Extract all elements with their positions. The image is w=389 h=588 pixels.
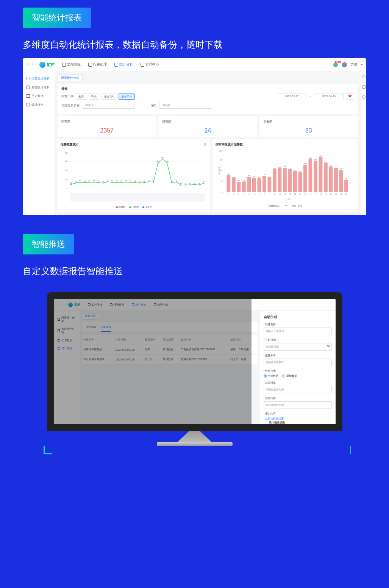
svg-rect-71: [70, 193, 205, 201]
svg-text:9: 9: [274, 193, 275, 195]
svg-rect-90: [283, 168, 287, 192]
room-value: 24: [162, 127, 253, 134]
chevron-down-icon[interactable]: ▾: [361, 63, 362, 66]
tab-auto[interactable]: 自动报表: [101, 324, 111, 332]
bar-chart-svg: 0 50 100 150 200 报警数量 827149517369667872…: [216, 148, 355, 204]
svg-text:78: 78: [263, 174, 265, 176]
history-icon: [27, 94, 30, 98]
chip-30d[interactable]: 最近30天: [119, 94, 135, 100]
obj-select[interactable]: 请选择监控对象: [264, 386, 332, 393]
svg-text:159: 159: [309, 157, 312, 159]
table-header: 监控指标: [229, 335, 257, 345]
content-label: 报告内容: [264, 412, 332, 416]
svg-text:42: 42: [70, 182, 72, 184]
chart-icon: [27, 86, 30, 89]
metric-select[interactable]: 请选择监控指标: [264, 401, 332, 409]
user-icon[interactable]: [362, 95, 366, 99]
nav-stats: 统计分析: [111, 61, 136, 69]
date-from[interactable]: 2022-03-27: [277, 94, 306, 99]
date-to[interactable]: 2022-04-25: [314, 94, 344, 99]
freq-label: 重复频率: [264, 354, 332, 357]
section-push: 智能推送 自定义数据报告智能推送 ⋮⋮⋮ 监控 监控看板 报警处理 统计分析 管…: [23, 234, 366, 461]
main-content: 报警统计分析 筛选 报警日期 全部 昨天 最近7天 最近30天 2022-03-…: [55, 71, 361, 215]
download-icon[interactable]: ⇩: [203, 142, 207, 146]
svg-text:100: 100: [64, 178, 68, 181]
app-menu-icon[interactable]: ⋮⋮⋮: [27, 62, 38, 67]
svg-text:49: 49: [238, 180, 240, 182]
radio-all[interactable]: 全部数据: [264, 374, 278, 378]
app-menu-icon[interactable]: ⋮⋮⋮: [58, 303, 67, 306]
side-history[interactable]: 历史数据: [23, 92, 55, 100]
side-history[interactable]: 历史数据: [54, 337, 80, 345]
sidebar: 报警统计分析 监控统计分析 历史数据 统计报告: [23, 71, 55, 215]
tabs: 报告列表 自动报表: [82, 322, 258, 332]
svg-text:20: 20: [330, 193, 332, 195]
obj-label: 监控对象: [264, 381, 332, 385]
monitor-icon: [62, 63, 66, 67]
svg-text:116: 116: [283, 166, 286, 168]
svg-text:68: 68: [93, 180, 95, 182]
breadcrumb[interactable]: 报警统计分析: [58, 74, 83, 81]
svg-text:2: 2: [238, 193, 239, 195]
svg-rect-83: [247, 177, 251, 192]
stats-row: 报警数2357 房间数24 设备数83: [58, 116, 358, 137]
chip-7d[interactable]: 最近7天: [102, 94, 116, 100]
num-select[interactable]: 请选择: [159, 102, 212, 109]
freq-select[interactable]: 请选择重复频率: [264, 359, 332, 366]
svg-text:67: 67: [79, 180, 81, 182]
obj-select[interactable]: 请选择: [82, 102, 135, 109]
svg-rect-99: [329, 167, 333, 192]
side-alarm-stats[interactable]: 报警统计分析: [54, 314, 80, 325]
date-input[interactable]: 请选择日期📅: [264, 343, 332, 351]
svg-text:400: 400: [64, 152, 68, 154]
svg-rect-93: [298, 172, 302, 192]
admin-icon: [141, 63, 144, 67]
chip-all[interactable]: 全部: [76, 94, 86, 100]
svg-point-33: [171, 182, 172, 183]
svg-point-19: [107, 181, 108, 182]
nav-admin: 管理中心: [151, 301, 171, 308]
svg-point-17: [98, 182, 99, 183]
svg-rect-81: [237, 182, 241, 192]
svg-point-11: [70, 184, 72, 185]
side-monitor-stats[interactable]: 监控统计分析: [23, 83, 55, 92]
side-alarm-stats[interactable]: 报警统计分析: [23, 74, 55, 83]
svg-text:101: 101: [294, 169, 297, 171]
username[interactable]: 方俊: [351, 62, 358, 67]
svg-text:小时/h: 小时/h: [286, 198, 291, 200]
chart2-legend: 报警数(共)： 49 房间：170: [216, 204, 355, 208]
task-input[interactable]: 请输入任务名称: [264, 328, 332, 335]
record-icon[interactable]: [362, 85, 366, 89]
help-icon[interactable]: [362, 75, 366, 78]
drawer: 自动生成 任务名称请输入任务名称 开始日期请选择日期📅 重复频率请选择重复频率 …: [260, 311, 336, 424]
right-rail: [361, 71, 366, 215]
table-row[interactable]: 每年培养箱数据2022-04-12 00:00每年新增数据二氧化碳培养箱-202…: [82, 345, 258, 354]
svg-text:59: 59: [139, 181, 141, 182]
breadcrumb-2[interactable]: 统计报告: [82, 313, 99, 320]
svg-point-34: [176, 181, 177, 182]
main-2: 统计报告 报告列表 自动报表 任务名称开始日期重复频率数据范围监控对象监控指标 …: [80, 311, 260, 424]
side-reports[interactable]: 统计报告: [54, 345, 80, 352]
side-monitor-stats[interactable]: 监控统计分析: [54, 325, 80, 337]
bell-icon[interactable]: 226: [333, 62, 338, 67]
svg-rect-82: [242, 181, 246, 192]
radio-new[interactable]: 新增数据: [282, 374, 297, 378]
svg-rect-86: [262, 176, 266, 192]
tab-list[interactable]: 报告列表: [86, 324, 96, 332]
svg-rect-95: [308, 159, 312, 192]
nav-admin: 管理中心: [137, 61, 162, 69]
stat-device: 设备数83: [259, 116, 358, 137]
calendar-icon[interactable]: 📅: [346, 93, 354, 100]
monitor-frame: ⋮⋮⋮ 监控 监控看板 报警处理 统计分析 管理中心 报警统计分析 监控统计分析…: [47, 292, 342, 431]
table-row[interactable]: 每月低温冰箱报表2022-04-12 00:00每三月新增数据低温冰箱-2021…: [82, 354, 258, 364]
range-label: 数据范围: [264, 369, 332, 373]
svg-rect-98: [324, 163, 328, 192]
svg-rect-87: [267, 177, 271, 192]
svg-point-14: [84, 182, 85, 183]
svg-rect-97: [319, 157, 322, 192]
avatar[interactable]: [342, 62, 347, 67]
side-reports[interactable]: 统计报告: [23, 100, 55, 109]
svg-point-28: [148, 181, 149, 182]
chip-yesterday[interactable]: 昨天: [89, 94, 99, 100]
svg-text:63: 63: [84, 180, 86, 182]
